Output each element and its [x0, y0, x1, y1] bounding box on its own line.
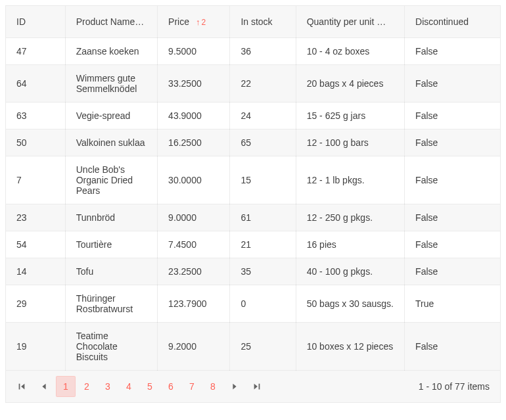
sort-order: 2 — [201, 18, 206, 27]
cell-qty: 12 - 250 g pkgs. — [296, 204, 404, 231]
column-header-id[interactable]: ID — [6, 6, 65, 37]
pager-page-4[interactable]: 4 — [119, 376, 139, 397]
sort-up-icon: ↑ — [196, 17, 200, 27]
pager-first-button[interactable] — [11, 376, 32, 397]
caret-left-icon — [39, 382, 49, 391]
cell-name: Teatime Chocolate Biscuits — [65, 322, 157, 370]
table-row[interactable]: 63Vegie-spread43.90002415 - 625 g jarsFa… — [6, 102, 500, 129]
cell-qty: 15 - 625 g jars — [296, 102, 404, 129]
cell-id: 47 — [6, 37, 65, 64]
cell-price: 16.2500 — [158, 129, 230, 156]
pager-prev-button[interactable] — [34, 376, 55, 397]
cell-name: Valkoinen suklaa — [65, 129, 157, 156]
sort-order: 1 — [147, 18, 152, 27]
cell-id: 64 — [6, 64, 65, 102]
table-row[interactable]: 19Teatime Chocolate Biscuits9.20002510 b… — [6, 322, 500, 370]
cell-qty: 20 bags x 4 pieces — [296, 64, 404, 102]
column-label: Price — [168, 16, 189, 27]
table-row[interactable]: 47Zaanse koeken9.50003610 - 4 oz boxesFa… — [6, 37, 500, 64]
pager-page-8[interactable]: 8 — [203, 376, 223, 397]
cell-stock: 15 — [230, 156, 296, 204]
cell-disc: False — [405, 129, 500, 156]
cell-name: Uncle Bob's Organic Dried Pears — [65, 156, 157, 204]
cell-name: Vegie-spread — [65, 102, 157, 129]
table-row[interactable]: 29Thüringer Rostbratwurst123.7900050 bag… — [6, 285, 500, 322]
cell-stock: 65 — [230, 129, 296, 156]
cell-price: 9.5000 — [158, 37, 230, 64]
cell-disc: False — [405, 102, 500, 129]
table-row[interactable]: 14Tofu23.25003540 - 100 g pkgs.False — [6, 258, 500, 285]
cell-id: 63 — [6, 102, 65, 129]
cell-id: 29 — [6, 285, 65, 322]
cell-stock: 35 — [230, 258, 296, 285]
table-row[interactable]: 50Valkoinen suklaa16.25006512 - 100 g ba… — [6, 129, 500, 156]
column-label: ID — [16, 16, 26, 27]
pager-page-6[interactable]: 6 — [161, 376, 181, 397]
pager-page-5[interactable]: 5 — [140, 376, 160, 397]
cell-id: 54 — [6, 231, 65, 258]
cell-price: 23.2500 — [158, 258, 230, 285]
cell-id: 14 — [6, 258, 65, 285]
cell-name: Thüringer Rostbratwurst — [65, 285, 157, 322]
column-label: Discontinued — [415, 16, 469, 27]
cell-price: 9.0000 — [158, 204, 230, 231]
cell-stock: 36 — [230, 37, 296, 64]
pager-page-1[interactable]: 1 — [56, 376, 76, 397]
cell-name: Tourtière — [65, 231, 157, 258]
cell-price: 43.9000 — [158, 102, 230, 129]
cell-qty: 10 boxes x 12 pieces — [296, 322, 404, 370]
cell-disc: False — [405, 37, 500, 64]
pager-page-7[interactable]: 7 — [182, 376, 202, 397]
cell-name: Wimmers gute Semmelknödel — [65, 64, 157, 102]
cell-stock: 21 — [230, 231, 296, 258]
cell-price: 30.0000 — [158, 156, 230, 204]
table-row[interactable]: 64Wimmers gute Semmelknödel33.25002220 b… — [6, 64, 500, 102]
cell-price: 7.4500 — [158, 231, 230, 258]
cell-disc: False — [405, 204, 500, 231]
cell-id: 23 — [6, 204, 65, 231]
seek-last-icon — [252, 382, 262, 391]
cell-disc: False — [405, 64, 500, 102]
column-label: Product Name — [76, 16, 144, 27]
cell-disc: False — [405, 156, 500, 204]
pager-last-button[interactable] — [246, 376, 267, 397]
table-row[interactable]: 54Tourtière7.45002116 piesFalse — [6, 231, 500, 258]
cell-disc: False — [405, 322, 500, 370]
cell-price: 9.2000 — [158, 322, 230, 370]
caret-right-icon — [230, 382, 239, 391]
column-header-price[interactable]: Price ↑2 — [158, 6, 230, 37]
column-header-quantity[interactable]: Quantity per unit … — [296, 6, 404, 37]
column-label: Quantity per unit … — [307, 16, 386, 27]
products-table: ID Product Name ↓1 Price ↑2 In stock Qua… — [6, 6, 500, 371]
data-grid: ID Product Name ↓1 Price ↑2 In stock Qua… — [5, 5, 501, 403]
cell-id: 50 — [6, 129, 65, 156]
cell-name: Tunnbröd — [65, 204, 157, 231]
cell-id: 19 — [6, 322, 65, 370]
pager-info: 1 - 10 of 77 items — [419, 381, 495, 392]
pager-nav: 12345678 — [11, 376, 267, 397]
cell-qty: 16 pies — [296, 231, 404, 258]
cell-name: Tofu — [65, 258, 157, 285]
column-header-discontinued[interactable]: Discontinued — [405, 6, 500, 37]
pager-next-button[interactable] — [224, 376, 245, 397]
cell-qty: 12 - 100 g bars — [296, 129, 404, 156]
cell-qty: 50 bags x 30 sausgs. — [296, 285, 404, 322]
pager-page-2[interactable]: 2 — [77, 376, 97, 397]
cell-price: 33.2500 — [158, 64, 230, 102]
column-label: In stock — [241, 16, 272, 27]
cell-qty: 12 - 1 lb pkgs. — [296, 156, 404, 204]
cell-qty: 40 - 100 g pkgs. — [296, 258, 404, 285]
cell-disc: True — [405, 285, 500, 322]
column-header-product-name[interactable]: Product Name ↓1 — [65, 6, 157, 37]
cell-id: 7 — [6, 156, 65, 204]
pager: 12345678 1 - 10 of 77 items — [6, 371, 500, 402]
cell-price: 123.7900 — [158, 285, 230, 322]
cell-stock: 24 — [230, 102, 296, 129]
cell-stock: 61 — [230, 204, 296, 231]
table-row[interactable]: 23Tunnbröd9.00006112 - 250 g pkgs.False — [6, 204, 500, 231]
table-row[interactable]: 7Uncle Bob's Organic Dried Pears30.00001… — [6, 156, 500, 204]
pager-page-3[interactable]: 3 — [98, 376, 118, 397]
column-header-in-stock[interactable]: In stock — [230, 6, 296, 37]
cell-stock: 22 — [230, 64, 296, 102]
cell-name: Zaanse koeken — [65, 37, 157, 64]
